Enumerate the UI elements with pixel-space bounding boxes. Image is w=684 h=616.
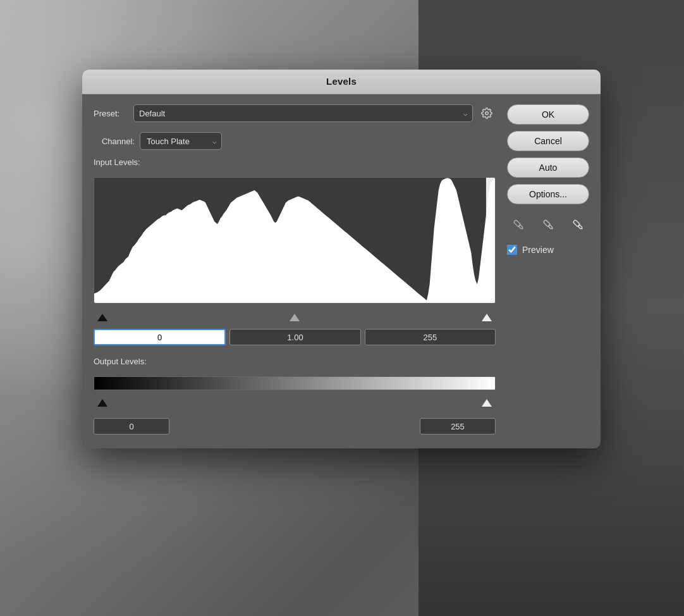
output-black-slider[interactable] bbox=[97, 399, 107, 407]
preset-select[interactable]: Default Increase Contrast 1 Increase Con… bbox=[133, 104, 473, 122]
svg-line-11 bbox=[582, 228, 582, 229]
black-eyedropper-button[interactable] bbox=[507, 213, 529, 236]
preview-checkbox[interactable] bbox=[507, 245, 517, 255]
input-white-field[interactable] bbox=[365, 329, 496, 345]
gray-eyedropper-icon bbox=[541, 218, 555, 231]
preview-row: Preview bbox=[507, 245, 589, 255]
output-values-row bbox=[94, 418, 496, 434]
white-point-slider[interactable] bbox=[482, 314, 492, 321]
svg-rect-6 bbox=[543, 219, 551, 227]
gear-icon bbox=[481, 108, 492, 119]
midpoint-slider[interactable] bbox=[290, 314, 300, 321]
channel-label: Channel: bbox=[94, 137, 135, 146]
eyedropper-row bbox=[507, 213, 589, 236]
right-panel: OK Cancel Auto Options... bbox=[507, 104, 589, 434]
white-eyedropper-button[interactable] bbox=[567, 213, 589, 236]
ok-button[interactable]: OK bbox=[507, 104, 589, 125]
gear-button[interactable] bbox=[478, 104, 496, 122]
white-eyedropper-icon bbox=[571, 218, 585, 231]
levels-dialog: Levels Preset: Default Increase Contrast… bbox=[82, 70, 601, 448]
channel-row: Channel: Touch Plate RGB Red Green Blue … bbox=[94, 132, 496, 150]
black-point-slider[interactable] bbox=[97, 314, 107, 321]
input-slider-row bbox=[94, 314, 496, 321]
svg-rect-9 bbox=[573, 219, 581, 227]
svg-line-8 bbox=[552, 228, 553, 229]
histogram-svg bbox=[94, 178, 495, 303]
input-black-field[interactable] bbox=[94, 329, 226, 345]
histogram-container bbox=[94, 177, 496, 304]
input-mid-field[interactable] bbox=[229, 329, 360, 345]
left-panel: Preset: Default Increase Contrast 1 Incr… bbox=[94, 104, 496, 434]
auto-button[interactable]: Auto bbox=[507, 157, 589, 178]
cancel-button[interactable]: Cancel bbox=[507, 131, 589, 151]
output-black-field[interactable] bbox=[94, 418, 169, 434]
svg-line-5 bbox=[522, 228, 522, 229]
output-gradient-bar bbox=[94, 376, 496, 390]
preset-row: Preset: Default Increase Contrast 1 Incr… bbox=[94, 104, 496, 122]
output-levels-label: Output Levels: bbox=[94, 357, 496, 366]
output-slider-row bbox=[94, 399, 496, 407]
svg-rect-2 bbox=[486, 178, 495, 303]
input-levels-label: Input Levels: bbox=[94, 157, 496, 167]
output-white-field[interactable] bbox=[420, 418, 496, 434]
gray-eyedropper-button[interactable] bbox=[537, 213, 559, 236]
preview-label[interactable]: Preview bbox=[522, 245, 554, 255]
channel-select[interactable]: Touch Plate RGB Red Green Blue bbox=[140, 132, 222, 150]
preset-select-wrapper: Default Increase Contrast 1 Increase Con… bbox=[133, 104, 473, 122]
preset-label: Preset: bbox=[94, 109, 128, 118]
svg-point-0 bbox=[486, 112, 489, 115]
svg-rect-3 bbox=[513, 219, 521, 227]
channel-select-wrapper: Touch Plate RGB Red Green Blue ⌵ bbox=[140, 132, 222, 150]
output-white-slider[interactable] bbox=[482, 399, 492, 407]
dialog-title: Levels bbox=[326, 76, 357, 87]
black-eyedropper-icon bbox=[511, 218, 525, 231]
options-button[interactable]: Options... bbox=[507, 184, 589, 204]
input-values-row bbox=[94, 329, 496, 345]
dialog-titlebar: Levels bbox=[82, 70, 601, 94]
